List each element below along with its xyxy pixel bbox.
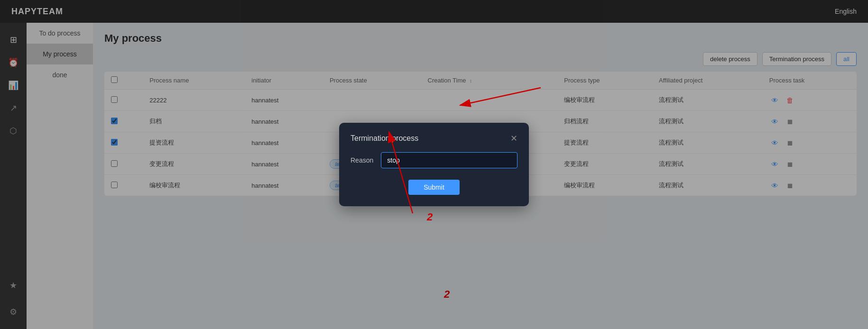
modal-footer: Submit [351, 180, 517, 195]
svg-text:2: 2 [426, 211, 433, 223]
svg-line-1 [460, 88, 541, 105]
termination-modal: Termination process ✕ Reason Submit [339, 123, 529, 206]
modal-header: Termination process ✕ [351, 134, 517, 143]
modal-close-button[interactable]: ✕ [510, 134, 517, 143]
modal-title: Termination process [351, 134, 418, 143]
reason-label: Reason [351, 156, 373, 164]
modal-body: Reason [351, 152, 517, 168]
modal-submit-button[interactable]: Submit [408, 180, 460, 195]
reason-input[interactable] [381, 152, 517, 168]
modal-overlay[interactable]: Termination process ✕ Reason Submit 2 [0, 0, 868, 329]
